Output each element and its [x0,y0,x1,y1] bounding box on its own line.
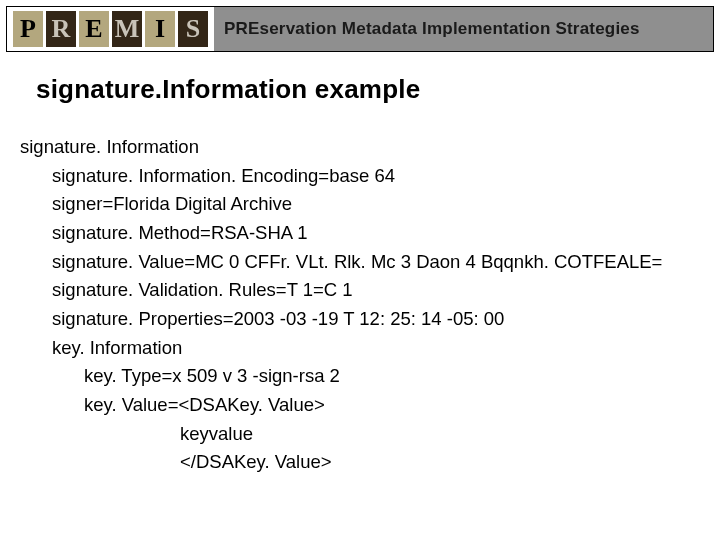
code-line: signature. Properties=2003 -03 -19 T 12:… [20,305,720,334]
logo-letter-s: S [178,11,208,47]
logo-area: P R E M I S [7,7,214,51]
logo-letter-i: I [145,11,175,47]
code-line: signer=Florida Digital Archive [20,190,720,219]
code-line: signature. Method=RSA-SHA 1 [20,219,720,248]
slide-title: signature.Information example [36,74,720,105]
code-line: key. Information [20,334,720,363]
header-strapline: PREservation Metadata Implementation Str… [214,7,713,51]
code-line: </DSAKey. Value> [20,448,720,477]
code-line: signature. Validation. Rules=T 1=C 1 [20,276,720,305]
premis-logo: P R E M I S [13,7,208,51]
code-line: signature. Value=MC 0 CFFr. VLt. Rlk. Mc… [20,248,720,277]
logo-letter-p: P [13,11,43,47]
strap-text: PREservation Metadata Implementation Str… [224,19,640,39]
logo-letter-m: M [112,11,142,47]
code-line: signature. Information. Encoding=base 64 [20,162,720,191]
code-line: key. Value=<DSAKey. Value> [20,391,720,420]
code-line: keyvalue [20,420,720,449]
logo-letter-e: E [79,11,109,47]
code-line: key. Type=x 509 v 3 -sign-rsa 2 [20,362,720,391]
header-bar: P R E M I S PREservation Metadata Implem… [6,6,714,52]
example-block: signature. Informationsignature. Informa… [20,133,720,477]
code-line: signature. Information [20,133,720,162]
logo-letter-r: R [46,11,76,47]
